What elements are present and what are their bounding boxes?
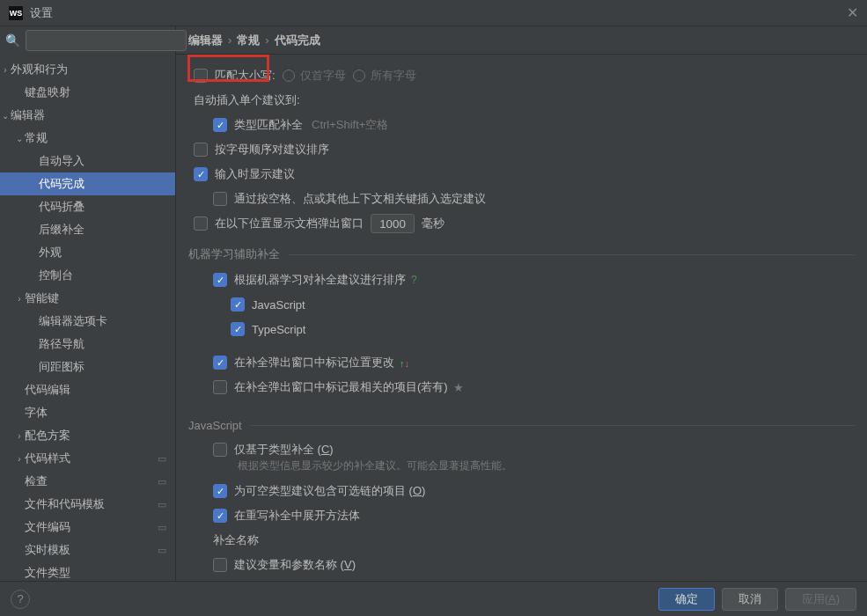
tree-item[interactable]: ⌄常规: [0, 127, 175, 150]
tree-item-label: 代码完成: [39, 176, 84, 192]
doc-popup-delay-input[interactable]: [371, 214, 415, 233]
ml-sort-checkbox[interactable]: ✓: [213, 273, 227, 287]
tree-item-label: 字体: [25, 405, 48, 421]
help-icon[interactable]: ?: [411, 274, 417, 286]
doc-popup-checkbox[interactable]: [194, 216, 208, 231]
tree-item[interactable]: 控制台: [0, 264, 175, 287]
tree-item-label: 代码编辑: [25, 382, 70, 398]
nullable-label: 为可空类型建议包含可选链的项目 (O): [234, 483, 425, 499]
tree-item[interactable]: ⌄编辑器: [0, 104, 175, 127]
tree-item[interactable]: 自动导入: [0, 150, 175, 172]
cancel-button[interactable]: 取消: [722, 588, 778, 611]
breadcrumb-part[interactable]: 编辑器: [188, 33, 223, 48]
type-only-hint: 根据类型信息显示较少的补全建议。可能会显著提高性能。: [238, 458, 855, 473]
tree-item[interactable]: 代码编辑: [0, 378, 175, 401]
ml-ts-checkbox[interactable]: ✓: [231, 322, 245, 336]
breadcrumb: 编辑器 › 常规 › 代码完成: [176, 26, 867, 55]
search-input[interactable]: [26, 30, 187, 51]
search-icon: 🔍: [5, 33, 20, 48]
tree-item[interactable]: ›配色方案: [0, 424, 175, 447]
tree-item[interactable]: 文件类型: [0, 561, 175, 581]
star-icon: ★: [453, 381, 464, 394]
mark-pos-checkbox[interactable]: ✓: [213, 356, 227, 370]
scope-badge-icon: ▭: [158, 453, 166, 465]
expand-icon[interactable]: ⌄: [14, 134, 25, 143]
tree-item[interactable]: 后缀补全: [0, 218, 175, 241]
tree-item-label: 后缀补全: [39, 222, 84, 238]
tree-item[interactable]: 字体: [0, 401, 175, 424]
suggest-names-checkbox[interactable]: [213, 558, 227, 572]
ok-button[interactable]: 确定: [658, 588, 715, 611]
all-letters-radio[interactable]: [353, 70, 365, 82]
scope-badge-icon: ▭: [158, 545, 166, 556]
app-icon: WS: [9, 6, 23, 20]
mark-rel-checkbox[interactable]: [213, 380, 227, 394]
tree-item-label: 代码折叠: [39, 199, 84, 215]
tree-item-label: 代码样式: [25, 451, 70, 466]
dialog-footer: ? 确定 取消 应用(A): [0, 581, 867, 616]
tree-item[interactable]: 外观: [0, 241, 175, 264]
type-match-shortcut: Ctrl+Shift+空格: [312, 117, 388, 133]
position-arrows-icon: ↑↓: [400, 356, 409, 370]
tree-item[interactable]: 文件编码▭: [0, 516, 175, 539]
expand-icon[interactable]: ›: [14, 454, 25, 464]
expand-icon[interactable]: ›: [14, 294, 25, 304]
expand-body-checkbox[interactable]: ✓: [213, 509, 227, 523]
nullable-checkbox[interactable]: ✓: [213, 484, 227, 498]
close-icon[interactable]: ✕: [847, 4, 858, 21]
insert-context-checkbox[interactable]: [213, 192, 227, 206]
content-panel: 编辑器 › 常规 › 代码完成 匹配大小写: 仅首字母 所有字母 自动插入单个建…: [176, 26, 867, 581]
tree-item[interactable]: 实时模板▭: [0, 539, 175, 561]
type-only-checkbox[interactable]: [213, 443, 227, 457]
tree-item[interactable]: 编辑器选项卡: [0, 310, 175, 333]
breadcrumb-part[interactable]: 常规: [237, 33, 260, 48]
tree-item-label: 外观: [39, 245, 62, 260]
tree-item[interactable]: 键盘映射: [0, 81, 175, 104]
tree-item[interactable]: 间距图标: [0, 356, 175, 378]
settings-scroll[interactable]: 匹配大小写: 仅首字母 所有字母 自动插入单个建议到: ✓ 类型匹配补全 Ctr…: [176, 55, 867, 581]
sidebar: 🔍 ← → ›外观和行为键盘映射⌄编辑器⌄常规自动导入代码完成代码折叠后缀补全外…: [0, 26, 176, 581]
match-case-checkbox[interactable]: [194, 69, 208, 83]
tree-item-label: 智能键: [25, 290, 59, 306]
sort-alpha-label: 按字母顺序对建议排序: [215, 142, 329, 158]
ml-sort-label: 根据机器学习对补全建议进行排序: [234, 272, 406, 288]
expand-icon[interactable]: ›: [14, 431, 25, 441]
tree-item[interactable]: ›智能键: [0, 287, 175, 310]
tree-item[interactable]: 代码完成: [0, 172, 175, 195]
expand-icon[interactable]: ›: [0, 65, 11, 75]
chevron-right-icon: ›: [228, 33, 231, 47]
tree-item[interactable]: 路径导航: [0, 333, 175, 356]
all-letters-label: 所有字母: [371, 68, 416, 84]
tree-item[interactable]: ›代码样式▭: [0, 447, 175, 470]
expand-icon[interactable]: ⌄: [0, 111, 11, 121]
ml-ts-label: TypeScript: [252, 323, 305, 336]
type-match-label: 类型匹配补全: [234, 117, 303, 133]
tree-item-label: 配色方案: [25, 428, 70, 444]
tree-item-label: 路径导航: [39, 336, 84, 352]
first-letter-radio[interactable]: [283, 70, 295, 82]
apply-button[interactable]: 应用(A): [785, 588, 856, 611]
tree-item[interactable]: ›外观和行为: [0, 58, 175, 81]
tree-item-label: 间距图标: [39, 359, 84, 375]
tree-item-label: 自动导入: [39, 153, 84, 169]
tree-item[interactable]: 代码折叠: [0, 195, 175, 218]
tree-item-label: 编辑器: [11, 107, 45, 123]
doc-popup-label-after: 毫秒: [422, 216, 445, 231]
show-typing-checkbox[interactable]: ✓: [194, 167, 208, 181]
completion-names-label: 补全名称: [188, 528, 855, 553]
tree-item-label: 文件编码: [25, 519, 70, 535]
ml-js-checkbox[interactable]: ✓: [231, 297, 245, 312]
mark-rel-label: 在补全弹出窗口中标记最相关的项目(若有): [234, 379, 448, 395]
scope-badge-icon: ▭: [158, 522, 166, 533]
breadcrumb-part: 代码完成: [275, 33, 320, 48]
titlebar: WS 设置 ✕: [0, 0, 867, 26]
sort-alpha-checkbox[interactable]: [194, 143, 208, 157]
match-case-label: 匹配大小写:: [215, 68, 276, 84]
tree-item-label: 外观和行为: [11, 62, 68, 77]
type-match-checkbox[interactable]: ✓: [213, 118, 227, 132]
tree-item[interactable]: 文件和代码模板▭: [0, 493, 175, 516]
doc-popup-label-before: 在以下位置显示文档弹出窗口: [215, 216, 364, 231]
help-button[interactable]: ?: [11, 590, 30, 609]
settings-tree[interactable]: ›外观和行为键盘映射⌄编辑器⌄常规自动导入代码完成代码折叠后缀补全外观控制台›智…: [0, 56, 175, 581]
tree-item[interactable]: 检查▭: [0, 470, 175, 493]
